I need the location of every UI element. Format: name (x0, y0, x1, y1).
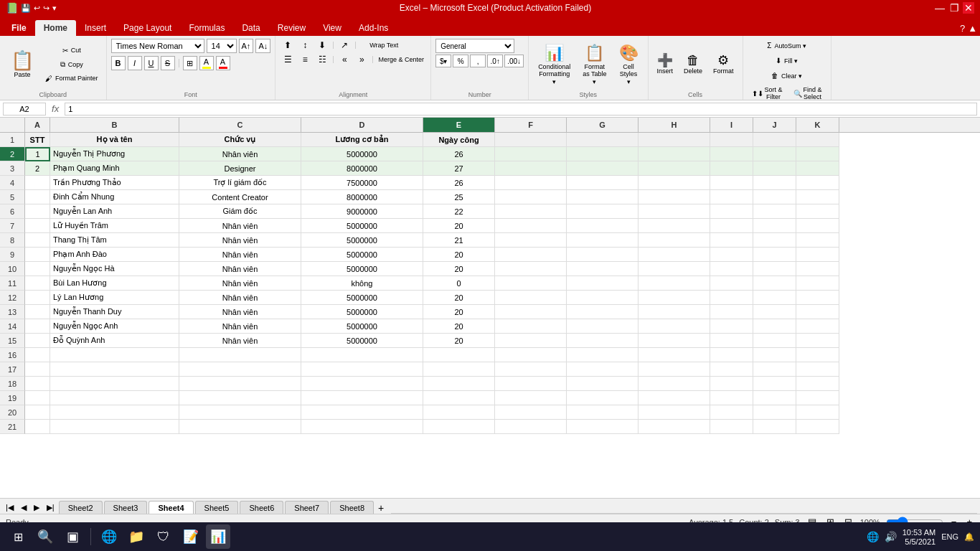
row-header-2[interactable]: 2 (0, 147, 25, 161)
top-align-button[interactable]: ⬆ (280, 39, 296, 52)
autosum-button[interactable]: Σ AutoSum ▾ (763, 39, 811, 52)
cell-K21[interactable] (796, 420, 839, 434)
cell-A19[interactable] (25, 391, 50, 405)
cell-C15[interactable]: Nhân viên (179, 334, 301, 348)
cell-B6[interactable]: Nguyễn Lan Anh (50, 204, 179, 219)
number-format-select[interactable]: General Number Currency Percentage Text (435, 39, 514, 53)
cell-H6[interactable] (639, 204, 710, 219)
cell-G21[interactable] (567, 420, 639, 434)
cell-G13[interactable] (567, 305, 639, 319)
col-header-i[interactable]: I (710, 118, 753, 132)
cell-E12[interactable]: 20 (423, 291, 495, 305)
cell-I19[interactable] (710, 391, 753, 405)
tab-insert[interactable]: Insert (76, 20, 115, 36)
col-header-a[interactable]: A (25, 118, 50, 132)
cell-D8[interactable]: 5000000 (301, 233, 423, 248)
clock-time[interactable]: 10:53 AM (903, 528, 936, 537)
formula-input[interactable]: 1 (65, 103, 977, 116)
cell-G17[interactable] (567, 362, 639, 377)
cell-F4[interactable] (495, 176, 567, 190)
cell-J4[interactable] (753, 176, 796, 190)
cell-C4[interactable]: Trợ lí giám đốc (179, 176, 301, 190)
row-header-8[interactable]: 8 (0, 233, 25, 248)
sheet-tab-sheet7[interactable]: Sheet7 (285, 501, 329, 514)
cell-B21[interactable] (50, 420, 179, 434)
sheet-tab-next-last[interactable]: ▶| (44, 501, 57, 514)
cell-H12[interactable] (639, 291, 710, 305)
row-header-9[interactable]: 9 (0, 248, 25, 262)
cell-G4[interactable] (567, 176, 639, 190)
cell-F5[interactable] (495, 190, 567, 204)
cell-F1[interactable] (495, 133, 567, 147)
cell-C9[interactable]: Nhân viên (179, 248, 301, 262)
minimize-ribbon[interactable]: ▲ (968, 23, 977, 34)
cell-J1[interactable] (753, 133, 796, 147)
cell-K17[interactable] (796, 362, 839, 377)
row-header-11[interactable]: 11 (0, 276, 25, 291)
row-header-18[interactable]: 18 (0, 377, 25, 391)
tab-formulas[interactable]: Formulas (180, 20, 233, 36)
cell-C2[interactable]: Nhân viên (179, 147, 301, 161)
cell-F7[interactable] (495, 219, 567, 233)
cell-J21[interactable] (753, 420, 796, 434)
cell-E10[interactable]: 20 (423, 262, 495, 276)
cell-D1[interactable]: Lương cơ bản (301, 133, 423, 147)
row-header-19[interactable]: 19 (0, 391, 25, 405)
cell-H1[interactable] (639, 133, 710, 147)
cell-F18[interactable] (495, 377, 567, 391)
cell-G8[interactable] (567, 233, 639, 248)
cell-J17[interactable] (753, 362, 796, 377)
cell-F12[interactable] (495, 291, 567, 305)
cell-E3[interactable]: 27 (423, 161, 495, 176)
cell-F8[interactable] (495, 233, 567, 248)
cell-I10[interactable] (710, 262, 753, 276)
language-indicator[interactable]: ENG (941, 532, 958, 541)
cell-B4[interactable]: Trần Phương Thảo (50, 176, 179, 190)
cell-H2[interactable] (639, 147, 710, 161)
col-header-b[interactable]: B (50, 118, 179, 132)
right-align-button[interactable]: ☷ (314, 53, 330, 66)
cell-E21[interactable] (423, 420, 495, 434)
cell-J19[interactable] (753, 391, 796, 405)
cell-C21[interactable] (179, 420, 301, 434)
cell-A15[interactable] (25, 334, 50, 348)
font-name-select[interactable]: Times New Roman Calibri Arial (111, 39, 204, 53)
cell-D13[interactable]: 5000000 (301, 305, 423, 319)
cell-G5[interactable] (567, 190, 639, 204)
cell-A2[interactable]: 1 (25, 147, 50, 161)
col-header-h[interactable]: H (639, 118, 710, 132)
cell-F14[interactable] (495, 319, 567, 334)
search-taskbar-button[interactable]: 🔍 (33, 524, 57, 549)
cell-J11[interactable] (753, 276, 796, 291)
cell-I13[interactable] (710, 305, 753, 319)
task-view-button[interactable]: ▣ (60, 524, 85, 549)
row-header-15[interactable]: 15 (0, 334, 25, 348)
cell-D16[interactable] (301, 348, 423, 362)
cell-H20[interactable] (639, 405, 710, 420)
cell-B2[interactable]: Nguyễn Thị Phương (50, 147, 179, 161)
start-button[interactable]: ⊞ (6, 524, 30, 549)
cell-I11[interactable] (710, 276, 753, 291)
cell-A8[interactable] (25, 233, 50, 248)
cell-H14[interactable] (639, 319, 710, 334)
cell-J8[interactable] (753, 233, 796, 248)
find-select-button[interactable]: 🔍 Find &Select (789, 83, 826, 104)
cell-G18[interactable] (567, 377, 639, 391)
cell-K7[interactable] (796, 219, 839, 233)
cell-I21[interactable] (710, 420, 753, 434)
cell-E1[interactable]: Ngày công (423, 133, 495, 147)
cell-K16[interactable] (796, 348, 839, 362)
orientation-button[interactable]: ↗ (336, 39, 352, 52)
cell-D18[interactable] (301, 377, 423, 391)
sheet-tab-prev-first[interactable]: |◀ (3, 501, 17, 514)
cell-A17[interactable] (25, 362, 50, 377)
row-header-13[interactable]: 13 (0, 305, 25, 319)
cell-K6[interactable] (796, 204, 839, 219)
decrease-indent-button[interactable]: « (336, 53, 352, 66)
cell-J16[interactable] (753, 348, 796, 362)
cell-D4[interactable]: 7500000 (301, 176, 423, 190)
word-button[interactable]: 📝 (179, 524, 203, 549)
help-icon[interactable]: ? (960, 23, 965, 34)
row-header-12[interactable]: 12 (0, 291, 25, 305)
cell-J18[interactable] (753, 377, 796, 391)
